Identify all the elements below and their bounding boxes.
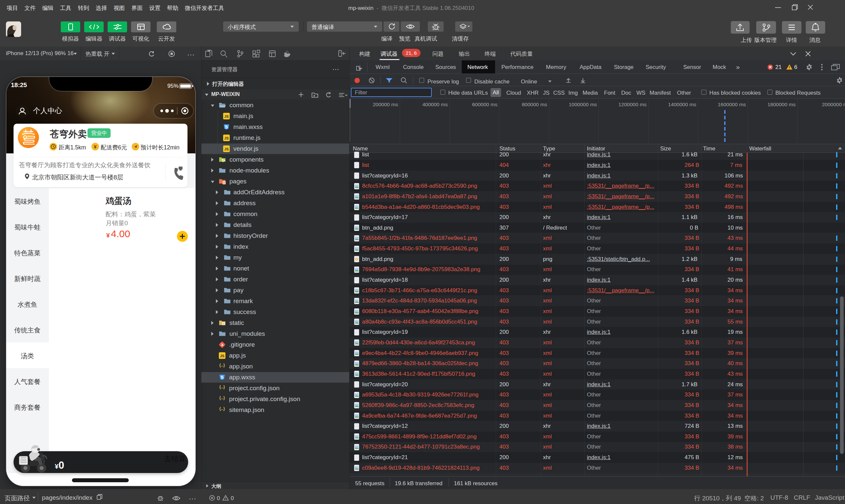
svg-text:¥: ¥ xyxy=(94,144,97,149)
svg-text:<>: <> xyxy=(223,181,226,184)
